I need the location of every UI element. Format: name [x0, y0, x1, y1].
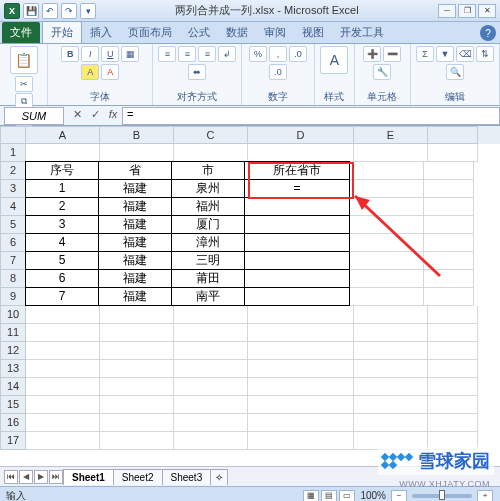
row-header[interactable]: 16	[0, 414, 26, 432]
cell-C5[interactable]: 厦门	[171, 215, 245, 234]
name-box[interactable]: SUM	[4, 107, 64, 125]
view-pagebreak-button[interactable]: ▭	[339, 490, 355, 502]
zoom-in-button[interactable]: +	[477, 490, 493, 502]
enter-formula-button[interactable]: ✓	[86, 108, 104, 124]
undo-button[interactable]: ↶	[42, 3, 58, 19]
cell-E4[interactable]	[350, 198, 424, 216]
cell-F9[interactable]	[424, 288, 474, 306]
col-header-A[interactable]: A	[26, 126, 100, 144]
cell-F3[interactable]	[424, 180, 474, 198]
align-right-button[interactable]: ≡	[198, 46, 216, 62]
cell-D8[interactable]	[244, 269, 350, 288]
cell-D4[interactable]	[244, 197, 350, 216]
styles-button[interactable]: A	[320, 46, 348, 74]
cell-D17[interactable]	[248, 432, 354, 450]
cell-E3[interactable]	[350, 180, 424, 198]
sheet-nav-first[interactable]: ⏮	[4, 470, 18, 484]
sheet-nav-last[interactable]: ⏭	[49, 470, 63, 484]
cell-F10[interactable]	[428, 306, 478, 324]
sheet-nav-prev[interactable]: ◀	[19, 470, 33, 484]
select-all-corner[interactable]	[0, 126, 26, 144]
row-header[interactable]: 14	[0, 378, 26, 396]
cell-A8[interactable]: 6	[25, 269, 99, 288]
italic-button[interactable]: I	[81, 46, 99, 62]
tab-file[interactable]: 文件	[2, 22, 40, 43]
tab-insert[interactable]: 插入	[82, 22, 120, 43]
insert-cells-button[interactable]: ➕	[363, 46, 381, 62]
cell-B3[interactable]: 福建	[98, 179, 172, 198]
cell-C9[interactable]: 南平	[171, 287, 245, 306]
view-layout-button[interactable]: ▤	[321, 490, 337, 502]
col-header-D[interactable]: D	[248, 126, 354, 144]
row-header[interactable]: 15	[0, 396, 26, 414]
cell-F13[interactable]	[428, 360, 478, 378]
row-header[interactable]: 3	[0, 180, 26, 198]
cell-E12[interactable]	[354, 342, 428, 360]
minimize-button[interactable]: ─	[438, 4, 456, 18]
paste-button[interactable]: 📋	[10, 46, 38, 74]
percent-button[interactable]: %	[249, 46, 267, 62]
format-cells-button[interactable]: 🔧	[373, 64, 391, 80]
cell-B4[interactable]: 福建	[98, 197, 172, 216]
decimal-inc-button[interactable]: .0	[289, 46, 307, 62]
cell-C10[interactable]	[174, 306, 248, 324]
cell-D16[interactable]	[248, 414, 354, 432]
row-header[interactable]: 2	[0, 162, 26, 180]
cell-E1[interactable]	[354, 144, 428, 162]
cell-A12[interactable]	[26, 342, 100, 360]
cell-D9[interactable]	[244, 287, 350, 306]
cell-C8[interactable]: 莆田	[171, 269, 245, 288]
col-header-B[interactable]: B	[100, 126, 174, 144]
cell-C4[interactable]: 福州	[171, 197, 245, 216]
cell-B17[interactable]	[100, 432, 174, 450]
fx-button[interactable]: fx	[104, 108, 122, 124]
cell-A10[interactable]	[26, 306, 100, 324]
cell-D10[interactable]	[248, 306, 354, 324]
cell-D5[interactable]	[244, 215, 350, 234]
cell-E2[interactable]	[350, 162, 424, 180]
sheet-tab-3[interactable]: Sheet3	[162, 469, 212, 485]
cell-F12[interactable]	[428, 342, 478, 360]
cell-E8[interactable]	[350, 270, 424, 288]
clear-button[interactable]: ⌫	[456, 46, 474, 62]
formula-input[interactable]: =	[122, 107, 500, 125]
sort-button[interactable]: ⇅	[476, 46, 494, 62]
row-header[interactable]: 5	[0, 216, 26, 234]
border-button[interactable]: ▦	[121, 46, 139, 62]
cell-E5[interactable]	[350, 216, 424, 234]
cell-B7[interactable]: 福建	[98, 251, 172, 270]
cell-B2[interactable]: 省	[98, 161, 172, 180]
cell-E7[interactable]	[350, 252, 424, 270]
tab-formulas[interactable]: 公式	[180, 22, 218, 43]
cell-D6[interactable]	[244, 233, 350, 252]
row-header[interactable]: 9	[0, 288, 26, 306]
row-header[interactable]: 7	[0, 252, 26, 270]
cell-B9[interactable]: 福建	[98, 287, 172, 306]
cell-D15[interactable]	[248, 396, 354, 414]
cell-F6[interactable]	[424, 234, 474, 252]
cell-A13[interactable]	[26, 360, 100, 378]
find-button[interactable]: 🔍	[446, 64, 464, 80]
align-left-button[interactable]: ≡	[158, 46, 176, 62]
cell-E16[interactable]	[354, 414, 428, 432]
cell-B16[interactable]	[100, 414, 174, 432]
cell-A7[interactable]: 5	[25, 251, 99, 270]
col-header-E[interactable]: E	[354, 126, 428, 144]
row-header[interactable]: 6	[0, 234, 26, 252]
cell-E13[interactable]	[354, 360, 428, 378]
sheet-nav-next[interactable]: ▶	[34, 470, 48, 484]
row-header[interactable]: 17	[0, 432, 26, 450]
row-header[interactable]: 13	[0, 360, 26, 378]
excel-icon[interactable]: X	[4, 3, 20, 19]
cell-A4[interactable]: 2	[25, 197, 99, 216]
worksheet[interactable]: A B C D E 12序号省市所在省市31福建泉州=42福建福州53福建厦门6…	[0, 126, 500, 466]
cell-B1[interactable]	[100, 144, 174, 162]
cell-C3[interactable]: 泉州	[171, 179, 245, 198]
fill-button[interactable]: ▼	[436, 46, 454, 62]
redo-button[interactable]: ↷	[61, 3, 77, 19]
row-header[interactable]: 8	[0, 270, 26, 288]
font-color-button[interactable]: A	[101, 64, 119, 80]
cell-F14[interactable]	[428, 378, 478, 396]
cell-C7[interactable]: 三明	[171, 251, 245, 270]
cell-D7[interactable]	[244, 251, 350, 270]
